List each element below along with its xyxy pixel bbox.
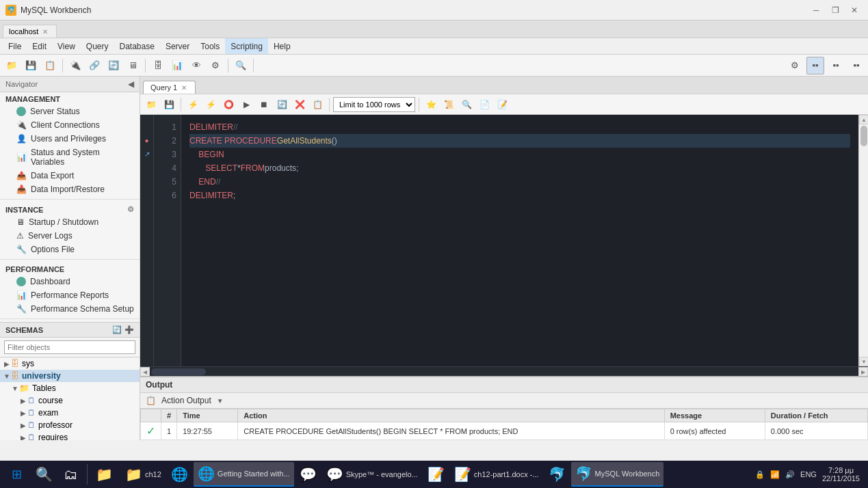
instance-icon-btn[interactable]: ⚙ <box>127 205 134 214</box>
toolbar-disconnect[interactable]: 🔗 <box>86 57 103 74</box>
toolbar-schema[interactable]: 🗄 <box>149 57 167 74</box>
toolbar-layout2[interactable]: ▪▪ <box>827 57 845 74</box>
qbtn-bookmark[interactable]: ⭐ <box>423 96 439 113</box>
code-h-scroll-track[interactable] <box>150 367 858 376</box>
sidebar-item-status-vars[interactable]: 📊 Status and System Variables <box>0 146 140 169</box>
code-content[interactable]: DELIMITER // CREATE PROCEDURE GetAllStud… <box>181 115 858 366</box>
sidebar-collapse-btn[interactable]: ◀ <box>128 79 134 89</box>
professor-arrow[interactable]: ▶ <box>19 421 27 429</box>
taskbar-skype-window[interactable]: 💬 Skype™ - evangelo... <box>322 462 422 487</box>
requires-arrow[interactable]: ▶ <box>19 433 27 440</box>
taskbar-getting-started[interactable]: 🌐 Getting Started with... <box>194 462 294 487</box>
taskbar-task-view[interactable]: 🗂 <box>58 462 83 487</box>
schemas-refresh-icon[interactable]: 🔄 <box>112 325 122 334</box>
menu-edit[interactable]: Edit <box>27 38 52 54</box>
qbtn-reload[interactable]: 🔄 <box>274 96 290 113</box>
sidebar-item-data-export[interactable]: 📤 Data Export <box>0 169 140 182</box>
start-button[interactable]: ⊞ <box>3 462 30 487</box>
qbtn-stop[interactable]: ⭕ <box>220 96 237 113</box>
toolbar-config[interactable]: ⚙ <box>786 57 804 74</box>
qbtn-format[interactable]: 📄 <box>476 96 492 113</box>
output-table-container[interactable]: # Time Action Message Duration / Fetch ✓… <box>140 409 868 440</box>
qbtn-execute[interactable]: ⚡ <box>185 96 201 113</box>
localhost-tab[interactable]: localhost ✕ <box>3 25 57 38</box>
qbtn-refresh[interactable]: ▶ <box>238 96 254 113</box>
query-tab-1-close[interactable]: ✕ <box>181 84 187 92</box>
menu-scripting[interactable]: Scripting <box>225 38 268 54</box>
code-scroll-up[interactable]: ▲ <box>859 115 868 124</box>
toolbar-reconnect[interactable]: 🔄 <box>105 57 122 74</box>
qbtn-history[interactable]: 📜 <box>440 96 457 113</box>
maximize-btn[interactable]: ❐ <box>827 2 843 18</box>
qbtn-save[interactable]: 💾 <box>161 96 177 113</box>
sidebar-scroll[interactable]: MANAGEMENT Server Status 🔌 Client Connec… <box>0 92 140 440</box>
table-requires[interactable]: ▶ 🗒 requires <box>0 431 140 440</box>
sidebar-item-client-connections[interactable]: 🔌 Client Connections <box>0 118 140 132</box>
qbtn-close[interactable]: ❌ <box>291 96 308 113</box>
limit-rows-select[interactable]: Limit to 1000 rows Limit to 500 rows No … <box>333 97 415 112</box>
sidebar-item-data-import[interactable]: 📥 Data Import/Restore <box>0 182 140 196</box>
schema-sys[interactable]: ▶ 🗄 sys <box>0 357 140 370</box>
taskbar-search[interactable]: 🔍 <box>31 462 57 487</box>
schema-university[interactable]: ▼ 🗄 university <box>0 370 140 382</box>
qbtn-zoom-in[interactable]: 🔍 <box>458 96 475 113</box>
table-professor[interactable]: ▶ 🗒 professor <box>0 419 140 431</box>
qbtn-cancel[interactable]: ⏹ <box>256 96 272 113</box>
taskbar-skype-icon[interactable]: 💬 <box>295 462 321 487</box>
taskbar-word-window[interactable]: 📝 ch12-part1.docx -... <box>450 462 543 487</box>
taskbar-mysql-window[interactable]: 🐬 MySQL Workbench <box>571 462 664 487</box>
university-arrow[interactable]: ▼ <box>3 372 11 380</box>
sidebar-item-dashboard[interactable]: Dashboard <box>0 275 140 288</box>
code-scroll-down[interactable]: ▼ <box>859 357 868 366</box>
taskbar-mysql-icon[interactable]: 🐬 <box>544 462 570 487</box>
sidebar-item-options-file[interactable]: 🔧 Options File <box>0 243 140 256</box>
taskbar-file-explorer[interactable]: 📁 <box>92 462 120 487</box>
code-scroll-right[interactable]: ▶ <box>858 367 868 377</box>
menu-file[interactable]: File <box>3 38 27 54</box>
toolbar-layout3[interactable]: ▪▪ <box>847 57 865 74</box>
close-btn[interactable]: ✕ <box>846 2 863 18</box>
qbtn-wrap[interactable]: 📝 <box>494 96 510 113</box>
sidebar-item-perf-schema[interactable]: 🔧 Performance Schema Setup <box>0 302 140 316</box>
menu-help[interactable]: Help <box>268 38 296 54</box>
taskbar-ch12[interactable]: 📁 ch12 <box>121 462 166 487</box>
toolbar-save-all[interactable]: 📋 <box>41 57 59 74</box>
sidebar-item-server-logs[interactable]: ⚠ Server Logs <box>0 229 140 243</box>
taskbar-word-icon[interactable]: 📝 <box>423 462 449 487</box>
action-output-dropdown[interactable]: ▼ <box>217 397 224 405</box>
toolbar-proc[interactable]: ⚙ <box>207 57 224 74</box>
menu-server[interactable]: Server <box>160 38 195 54</box>
table-course[interactable]: ▶ 🗒 course <box>0 394 140 407</box>
query-tab-1[interactable]: Query 1 ✕ <box>143 81 196 94</box>
minimize-btn[interactable]: ─ <box>808 2 824 18</box>
toolbar-connect[interactable]: 🔌 <box>66 57 84 74</box>
sidebar-item-startup-shutdown[interactable]: 🖥 Startup / Shutdown <box>0 215 140 229</box>
tables-arrow[interactable]: ▼ <box>11 384 19 392</box>
taskbar-chrome[interactable]: 🌐 <box>167 462 192 487</box>
sidebar-item-perf-reports[interactable]: 📊 Performance Reports <box>0 288 140 302</box>
toolbar-view[interactable]: 👁 <box>187 57 205 74</box>
sidebar-item-server-status[interactable]: Server Status <box>0 105 140 118</box>
code-scroll-thumb[interactable] <box>860 126 867 146</box>
menu-view[interactable]: View <box>52 38 81 54</box>
toolbar-manage[interactable]: 🖥 <box>124 57 142 74</box>
code-v-scrollbar[interactable]: ▲ ▼ <box>858 115 868 366</box>
toolbar-search[interactable]: 🔍 <box>232 57 250 74</box>
code-scroll-track[interactable] <box>859 124 868 357</box>
qbtn-execute-sel[interactable]: ⚡ <box>202 96 219 113</box>
course-arrow[interactable]: ▶ <box>19 396 27 405</box>
toolbar-open[interactable]: 📁 <box>3 57 21 74</box>
filter-objects-input[interactable] <box>4 340 135 354</box>
table-exam[interactable]: ▶ 🗒 exam <box>0 407 140 419</box>
schemas-add-icon[interactable]: ➕ <box>124 325 134 334</box>
sys-arrow[interactable]: ▶ <box>3 360 11 368</box>
code-h-scroll-thumb[interactable] <box>151 368 206 375</box>
qbtn-open[interactable]: 📁 <box>143 96 159 113</box>
menu-tools[interactable]: Tools <box>195 38 225 54</box>
qbtn-clipboard[interactable]: 📋 <box>309 96 326 113</box>
localhost-tab-close[interactable]: ✕ <box>42 28 48 36</box>
sidebar-item-users[interactable]: 👤 Users and Privileges <box>0 132 140 146</box>
toolbar-save[interactable]: 💾 <box>22 57 40 74</box>
toolbar-table[interactable]: 📊 <box>168 57 186 74</box>
code-scroll-left[interactable]: ◀ <box>140 367 150 377</box>
